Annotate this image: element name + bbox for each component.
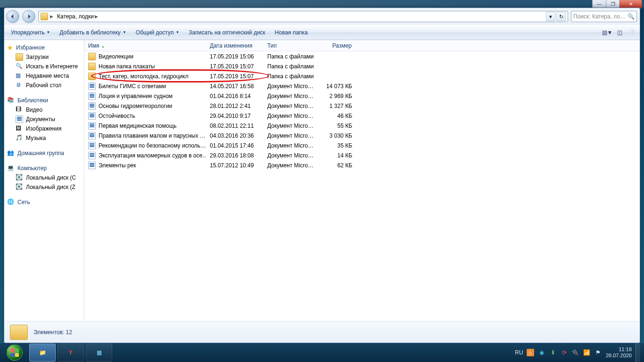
sidebar-item-label: Локальный диск (C xyxy=(26,174,76,181)
show-desktop-button[interactable] xyxy=(636,343,640,362)
word-doc-icon xyxy=(88,92,96,100)
file-row[interactable]: Остойчивость29.04.2010 9:17Документ Micr… xyxy=(84,111,640,121)
tray-power-icon[interactable]: 🔌 xyxy=(572,349,579,356)
file-type: Документ Micros… xyxy=(264,103,319,109)
word-doc-icon xyxy=(88,152,96,159)
sidebar-item-label: Загрузки xyxy=(26,54,49,60)
star-icon: ★ xyxy=(7,44,13,51)
file-row[interactable]: Эксплуатация маломерных судов в осе…29.0… xyxy=(84,150,640,160)
sort-ascending-icon: ▲ xyxy=(101,44,105,49)
sidebar-network-header[interactable]: 🌐 Сеть xyxy=(4,197,84,207)
sidebar-item-pictures[interactable]: 🖼Изображения xyxy=(4,124,84,133)
sidebar-homegroup-header[interactable]: 👥 Домашняя группа xyxy=(4,148,84,158)
taskbar-app-button[interactable]: ▦ xyxy=(86,344,112,362)
sidebar-item-label: Музыка xyxy=(26,135,46,141)
file-type: Папка с файлами xyxy=(264,73,319,80)
breadcrumb-segment[interactable]: Катера, лодки ▶ xyxy=(55,13,100,20)
sidebar-computer-header[interactable]: 💻 Компьютер xyxy=(4,164,84,173)
navigation-pane[interactable]: ★ Избранное Загрузки 🔍Искать в Интернете… xyxy=(4,40,84,321)
folder-icon xyxy=(88,53,96,60)
sidebar-item-music[interactable]: 🎵Музыка xyxy=(4,133,84,143)
back-button[interactable] xyxy=(6,10,19,23)
file-row[interactable]: Новая папка плакаты17.05.2019 15:07Папка… xyxy=(84,61,640,71)
tray-download-icon[interactable]: ⬇ xyxy=(549,349,557,356)
file-row[interactable]: Элементы рек15.07.2012 10:49Документ Mic… xyxy=(84,160,640,170)
folder-icon xyxy=(41,13,48,20)
details-pane: Элементов: 12 xyxy=(4,321,640,343)
forward-button[interactable] xyxy=(22,10,35,23)
word-doc-icon xyxy=(88,142,96,149)
sidebar-item-disk-z[interactable]: 💽Локальный диск (Z xyxy=(4,182,84,192)
sidebar-item-recent[interactable]: ▦Недавние места xyxy=(4,71,84,81)
tray-clock[interactable]: 11:18 28.07.2020 xyxy=(606,346,632,359)
search-icon: 🔍 xyxy=(16,63,23,70)
view-mode-button[interactable]: ▤ ▼ xyxy=(602,27,612,38)
tray-network-icon[interactable]: 📶 xyxy=(583,349,591,356)
new-folder-button[interactable]: Новая папка xyxy=(271,27,312,38)
file-row[interactable]: Основы гидрометеорологии28.01.2012 2:41Д… xyxy=(84,101,640,111)
computer-header-label: Компьютер xyxy=(17,165,47,172)
item-count-label: Элементов: 12 xyxy=(33,329,72,336)
sidebar-item-documents[interactable]: Документы xyxy=(4,115,84,124)
file-row[interactable]: Рекомендации по безопасному исполь…01.04… xyxy=(84,140,640,150)
sidebar-item-search-internet[interactable]: 🔍Искать в Интернете xyxy=(4,62,84,71)
sidebar-item-desktop[interactable]: 🖥Рабочий стол xyxy=(4,81,84,90)
add-to-library-button[interactable]: Добавить в библиотеку▼ xyxy=(56,27,130,38)
preview-pane-button[interactable]: ◫ xyxy=(614,27,625,38)
organize-button[interactable]: Упорядочить▼ xyxy=(7,27,54,38)
file-list-pane: Имя▲ Дата изменения Тип Размер Видеолекц… xyxy=(84,40,640,321)
file-name: Билеты ГИМС с ответами xyxy=(99,83,166,90)
search-input[interactable]: Поиск: Катера, ло… 🔍 xyxy=(571,11,637,22)
file-name: Рекомендации по безопасному исполь… xyxy=(99,142,206,149)
history-dropdown[interactable]: ▾ xyxy=(546,12,555,21)
file-size: 14 073 КБ xyxy=(319,83,356,90)
tray-time: 11:18 xyxy=(606,346,632,353)
file-date: 17.05.2019 15:06 xyxy=(206,53,264,60)
file-date: 28.01.2012 2:41 xyxy=(206,103,264,109)
tray-sync-icon[interactable]: ◉ xyxy=(538,349,545,356)
file-type: Документ Micros… xyxy=(264,113,319,119)
file-row[interactable]: Видеолекции17.05.2019 15:06Папка с файла… xyxy=(84,51,640,61)
file-row[interactable]: Билеты ГИМС с ответами14.05.2017 16:58До… xyxy=(84,81,640,91)
share-button[interactable]: Общий доступ▼ xyxy=(132,27,183,38)
file-date: 08.02.2011 22:11 xyxy=(206,123,264,129)
sidebar-item-downloads[interactable]: Загрузки xyxy=(4,52,84,62)
folder-large-icon xyxy=(10,325,28,340)
libraries-icon: 📚 xyxy=(7,97,15,104)
taskbar-yandex-button[interactable]: Y xyxy=(58,344,84,362)
sidebar-item-label: Видео xyxy=(26,107,42,113)
file-name: Остойчивость xyxy=(99,113,135,119)
tray-java-icon[interactable]: ♨ xyxy=(527,349,534,356)
tray-ccleaner-icon[interactable]: ⟳ xyxy=(561,349,568,356)
chevron-right-icon[interactable]: ▶ xyxy=(95,14,98,19)
file-row[interactable]: Лоция и управление судном01.04.2016 8:14… xyxy=(84,91,640,101)
tray-flag-icon[interactable]: ⚑ xyxy=(594,349,602,356)
file-name: Правила плавания малом и парусных … xyxy=(99,132,206,139)
refresh-button[interactable]: ↻ xyxy=(556,12,566,21)
help-button[interactable]: ❔ xyxy=(627,27,637,38)
file-row[interactable]: Первая медицинская помощь08.02.2011 22:1… xyxy=(84,121,640,131)
sidebar-item-label: Документы xyxy=(26,116,55,123)
file-size: 55 КБ xyxy=(319,123,356,129)
file-size: 3 030 КБ xyxy=(319,132,356,139)
file-date: 17.05.2019 15:07 xyxy=(206,63,264,70)
file-row[interactable]: Правила плавания малом и парусных …04.03… xyxy=(84,131,640,140)
tray-lang[interactable]: RU xyxy=(515,349,523,356)
col-name-header[interactable]: Имя▲ xyxy=(84,42,206,49)
col-type-header[interactable]: Тип xyxy=(264,42,319,49)
file-size: 14 КБ xyxy=(319,152,356,159)
share-label: Общий доступ xyxy=(136,29,174,36)
sidebar-item-disk-c[interactable]: 💽Локальный диск (C xyxy=(4,173,84,182)
file-row[interactable]: Тест, катер, мотолодка, гидроцикл17.05.2… xyxy=(84,71,640,81)
taskbar-explorer-button[interactable]: 📁 xyxy=(29,344,56,362)
col-size-header[interactable]: Размер xyxy=(319,42,356,49)
start-button[interactable] xyxy=(2,343,27,362)
address-bar[interactable]: ▶ Катера, лодки ▶ ▾ ↻ xyxy=(38,11,568,22)
sidebar-favorites-header[interactable]: ★ Избранное xyxy=(4,43,84,52)
burn-button[interactable]: Записать на оптический диск xyxy=(185,27,269,38)
col-date-header[interactable]: Дата изменения xyxy=(206,42,264,49)
network-header-label: Сеть xyxy=(17,199,30,206)
sidebar-item-video[interactable]: 🎞Видео xyxy=(4,105,84,115)
sidebar-libraries-header[interactable]: 📚 Библиотеки xyxy=(4,96,84,105)
search-icon: 🔍 xyxy=(627,13,635,20)
